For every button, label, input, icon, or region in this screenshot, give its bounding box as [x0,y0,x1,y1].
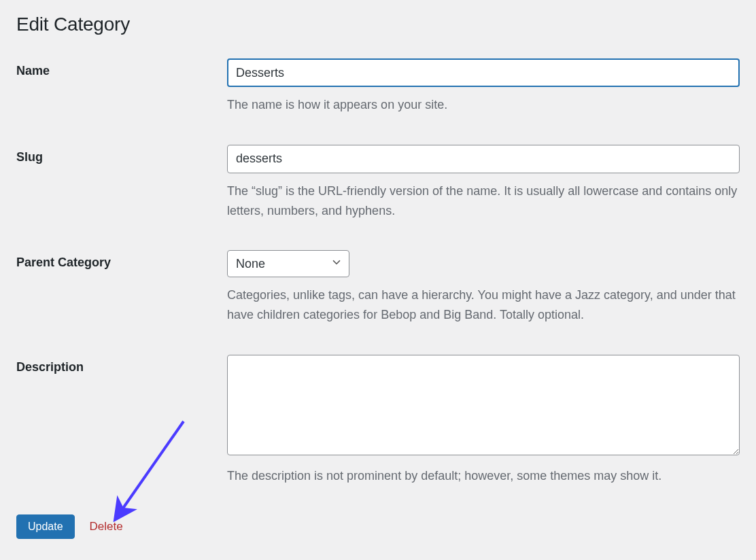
slug-label: Slug [16,150,43,164]
slug-input[interactable] [227,145,740,173]
update-button[interactable]: Update [16,514,75,539]
description-help: The description is not prominent by defa… [227,466,740,486]
slug-help: The “slug” is the URL-friendly version o… [227,181,740,221]
parent-select[interactable]: None [227,250,349,277]
name-label: Name [16,64,50,77]
page-title: Edit Category [16,14,740,35]
description-label: Description [16,360,84,374]
name-input[interactable] [227,58,740,87]
delete-link[interactable]: Delete [90,520,123,533]
parent-label: Parent Category [16,256,111,269]
parent-help: Categories, unlike tags, can have a hier… [227,285,740,325]
name-help: The name is how it appears on your site. [227,95,740,115]
description-textarea[interactable] [227,355,740,455]
